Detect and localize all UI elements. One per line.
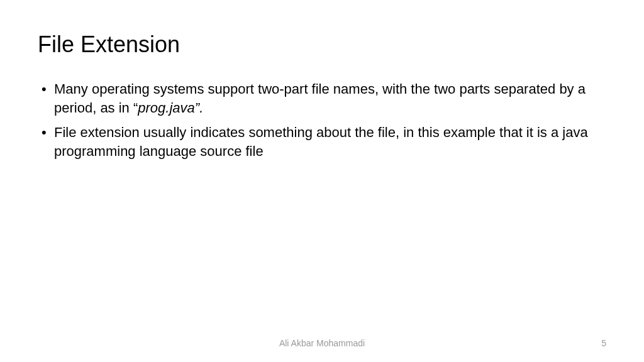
slide: File Extension Many operating systems su… [0,0,644,362]
slide-title: File Extension [38,31,606,58]
footer-page-number: 5 [601,338,606,348]
bullet-text-pre: File extension usually indicates somethi… [54,124,588,159]
list-item: File extension usually indicates somethi… [38,123,606,160]
list-item: Many operating systems support two-part … [38,80,606,117]
footer-author: Ali Akbar Mohammadi [279,338,365,348]
bullet-text-pre: Many operating systems support two-part … [54,81,586,116]
bullet-list: Many operating systems support two-part … [38,80,606,161]
bullet-text-italic: prog.java”. [138,100,203,116]
